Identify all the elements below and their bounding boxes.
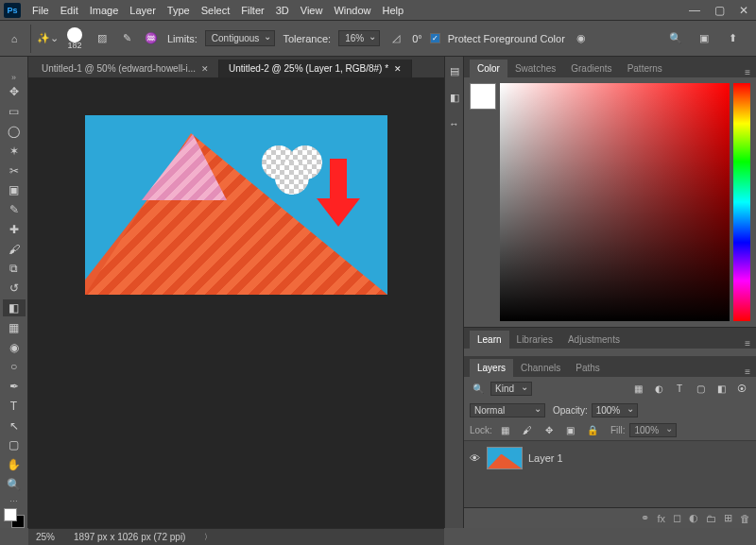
home-icon[interactable]: ⌂ [6,30,23,47]
tab-learn[interactable]: Learn [470,331,509,349]
tab-swatches[interactable]: Swatches [507,60,563,77]
angle-value[interactable]: 0° [412,33,422,44]
window-close-button[interactable]: ✕ [731,0,756,21]
limits-dropdown[interactable]: Contiguous [205,30,276,46]
tab-adjustments[interactable]: Adjustments [560,331,627,349]
share-icon[interactable]: ⬆ [724,30,741,47]
zoom-tool[interactable]: 🔍 [3,476,26,494]
blend-mode-dropdown[interactable]: Normal [470,403,545,417]
window-maximize-button[interactable]: ▢ [707,0,731,21]
panel-menu-icon[interactable]: ≡ [739,67,756,77]
new-layer-icon[interactable]: ⊞ [724,512,732,524]
filter-shape-icon[interactable]: ▢ [692,380,709,397]
eraser-tool[interactable]: ◧ [3,299,26,317]
quick-select-tool[interactable]: ✶ [3,142,26,160]
blur-tool[interactable]: ◉ [3,338,26,356]
marquee-tool[interactable]: ▭ [3,103,26,121]
healing-tool[interactable]: ✚ [3,220,26,238]
fill-input[interactable]: 100% [629,423,677,437]
menu-view[interactable]: View [295,5,329,16]
brush-settings-icon[interactable]: ▨ [94,30,111,47]
tab-channels[interactable]: Channels [513,359,568,377]
menu-layer[interactable]: Layer [124,5,162,16]
path-tool[interactable]: ↖ [3,417,26,434]
foreground-color-swatch[interactable] [4,508,17,521]
brush-tool[interactable]: 🖌 [3,240,26,258]
filter-toggle-icon[interactable]: ⦿ [733,380,750,397]
lock-artboard-icon[interactable]: ▣ [562,422,579,439]
document-info[interactable]: 1897 px x 1026 px (72 ppi) [74,532,185,542]
panel-icon-2[interactable]: ◧ [446,89,463,106]
pressure-size-icon[interactable]: ✎ [118,30,135,47]
close-icon[interactable]: ✕ [201,64,209,74]
adjustment-layer-icon[interactable]: ◐ [689,512,698,524]
frame-tool[interactable]: ▣ [3,181,26,199]
tolerance-input[interactable]: 16% [338,30,380,46]
link-layers-icon[interactable]: ⚭ [641,512,649,524]
panel-menu-icon[interactable]: ≡ [739,338,756,349]
menu-3d[interactable]: 3D [270,5,295,16]
menu-select[interactable]: Select [196,5,236,16]
menu-window[interactable]: Window [328,5,376,16]
search-icon[interactable]: 🔍 [667,30,684,47]
saturation-brightness-field[interactable] [500,83,730,321]
menu-type[interactable]: Type [162,5,196,16]
lock-image-icon[interactable]: 🖌 [519,422,536,439]
dodge-tool[interactable]: ○ [3,358,26,376]
filter-type-icon[interactable]: T [671,380,688,397]
zoom-level[interactable]: 25% [36,532,55,542]
shape-tool[interactable]: ▢ [3,436,26,454]
hue-slider[interactable] [733,83,750,321]
layer-mask-icon[interactable]: ◻ [673,512,681,524]
brush-size-indicator[interactable]: 182 [63,27,86,50]
tab-paths[interactable]: Paths [568,359,608,377]
canvas-viewport[interactable] [28,77,444,528]
opacity-input[interactable]: 100% [592,403,639,417]
visibility-icon[interactable]: 👁 [470,452,481,464]
tab-libraries[interactable]: Libraries [509,331,560,349]
lock-all-icon[interactable]: 🔒 [584,422,601,439]
menu-image[interactable]: Image [84,5,125,16]
move-tool[interactable]: ✥ [3,83,26,101]
pressure-opacity-icon[interactable]: ◉ [573,30,590,47]
angle-icon[interactable]: ◿ [387,30,404,47]
window-minimize-button[interactable]: — [682,0,707,21]
menu-file[interactable]: File [26,5,55,16]
group-icon[interactable]: 🗀 [706,513,716,524]
tab-layers[interactable]: Layers [470,359,513,377]
filter-pixel-icon[interactable]: ▦ [629,380,646,397]
filter-adjust-icon[interactable]: ◐ [650,380,667,397]
layer-style-icon[interactable]: fx [657,513,665,524]
clone-tool[interactable]: ⧉ [3,260,26,278]
airbrush-icon[interactable]: ♒ [143,30,160,47]
edit-toolbar-icon[interactable]: … [5,495,24,502]
fg-bg-swatch[interactable] [4,508,25,528]
gradient-tool[interactable]: ▦ [3,318,26,336]
panel-menu-icon[interactable]: ≡ [739,366,756,377]
tab-untitled-2[interactable]: Untitled-2 @ 25% (Layer 1, RGB/8#) * ✕ [219,60,412,77]
panel-icon-3[interactable]: ↔ [446,115,463,132]
panel-icon-1[interactable]: ▤ [446,62,463,79]
delete-layer-icon[interactable]: 🗑 [740,513,750,524]
layer-kind-filter[interactable]: Kind [490,382,532,396]
tab-untitled-1[interactable]: Untitled-1 @ 50% (edward-howell-i... ✕ [32,60,219,77]
workspace-icon[interactable]: ▣ [696,30,713,47]
type-tool[interactable]: T [3,398,26,416]
crop-tool[interactable]: ✂ [3,162,26,179]
toolbox-collapse-icon[interactable]: » [5,74,24,81]
eyedropper-tool[interactable]: ✎ [3,201,26,219]
layer-thumbnail[interactable] [487,447,523,469]
search-icon[interactable]: 🔍 [470,380,487,397]
info-chevron-icon[interactable]: 〉 [204,532,212,542]
lock-position-icon[interactable]: ✥ [541,422,558,439]
color-swatch[interactable] [470,83,496,110]
protect-fg-checkbox[interactable]: ✓ [430,33,440,43]
lasso-tool[interactable]: ◯ [3,123,26,141]
close-icon[interactable]: ✕ [394,64,402,74]
menu-filter[interactable]: Filter [235,5,269,16]
hand-tool[interactable]: ✋ [3,456,26,474]
history-brush-tool[interactable]: ↺ [3,280,26,298]
tab-color[interactable]: Color [470,60,507,77]
tool-preset-icon[interactable]: ✨⌄ [39,30,56,47]
menu-edit[interactable]: Edit [55,5,84,16]
